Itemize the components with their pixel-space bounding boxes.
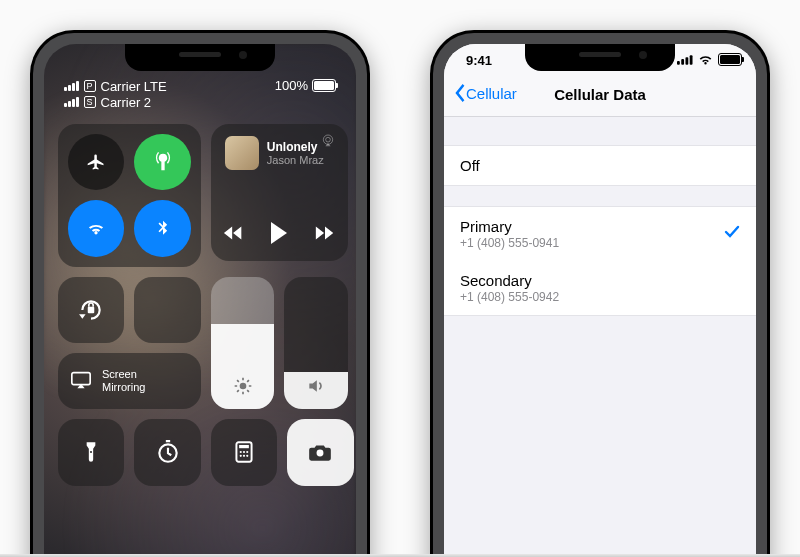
notch <box>125 44 275 71</box>
battery-status: 100% <box>275 78 336 93</box>
flashlight-button[interactable] <box>58 419 124 485</box>
svg-rect-4 <box>72 372 90 384</box>
media-play-button[interactable] <box>269 222 289 247</box>
option-secondary-label: Secondary <box>460 272 740 289</box>
svg-rect-16 <box>677 60 680 64</box>
media-forward-icon <box>314 224 336 242</box>
svg-point-10 <box>243 451 245 453</box>
svg-point-9 <box>240 451 242 453</box>
media-play-icon <box>269 222 289 244</box>
album-art <box>225 136 259 170</box>
bluetooth-button[interactable] <box>134 200 190 256</box>
svg-rect-2 <box>88 307 95 314</box>
battery-icon <box>312 79 336 92</box>
battery-percent: 100% <box>275 78 308 93</box>
svg-point-15 <box>317 450 324 457</box>
airplane-icon <box>86 152 106 172</box>
option-primary-number: +1 (408) 555-0941 <box>460 236 740 250</box>
calculator-button[interactable] <box>211 419 277 485</box>
option-primary[interactable]: Primary +1 (408) 555-0941 <box>444 206 756 262</box>
signal-bars-icon <box>64 97 79 107</box>
do-not-disturb-moon-icon <box>155 297 181 323</box>
svg-point-0 <box>323 135 332 144</box>
option-secondary-number: +1 (408) 555-0942 <box>460 290 740 304</box>
notch <box>525 44 675 71</box>
svg-point-1 <box>325 137 330 142</box>
orientation-lock-button[interactable] <box>58 277 124 343</box>
cellular-data-button[interactable] <box>134 134 190 190</box>
sim-tag-primary: P <box>84 80 96 92</box>
flashlight-icon <box>78 439 104 465</box>
signal-bars-icon <box>677 55 693 65</box>
option-primary-label: Primary <box>460 218 740 235</box>
wifi-icon <box>698 54 713 65</box>
brightness-slider[interactable] <box>211 277 275 409</box>
media-back-icon <box>223 224 245 242</box>
track-title: Unlonely <box>267 140 324 154</box>
sim-tag-secondary: S <box>84 96 96 108</box>
brightness-icon <box>233 376 253 399</box>
wifi-icon <box>86 219 106 239</box>
orientation-lock-icon <box>78 297 104 323</box>
svg-point-11 <box>246 451 248 453</box>
bluetooth-icon <box>153 219 173 239</box>
calculator-icon <box>231 439 257 465</box>
screen-mirroring-button[interactable]: Screen Mirroring <box>58 353 201 409</box>
carrier-2-label: Carrier 2 <box>101 95 152 110</box>
svg-rect-18 <box>685 57 688 65</box>
screen-mirroring-label: Screen Mirroring <box>102 368 145 394</box>
battery-icon <box>718 53 742 66</box>
svg-point-12 <box>240 455 242 457</box>
phone-control-center: P Carrier LTE S Carrier 2 100% <box>30 30 370 557</box>
options-list: Off Primary +1 (408) 555-0941 Secondary … <box>444 146 756 316</box>
phone-settings-cellular-data: 9:41 Cellular Cellular Data Off Primary … <box>430 30 770 557</box>
camera-button[interactable] <box>287 419 353 485</box>
media-forward-button[interactable] <box>314 224 336 245</box>
svg-point-13 <box>243 455 245 457</box>
track-artist: Jason Mraz <box>267 154 324 166</box>
cellular-antenna-icon <box>153 152 173 172</box>
option-off-label: Off <box>460 157 740 174</box>
airplane-mode-button[interactable] <box>68 134 124 190</box>
wifi-button[interactable] <box>68 200 124 256</box>
status-right <box>677 53 742 66</box>
volume-icon <box>306 376 326 399</box>
status-time: 9:41 <box>466 53 492 68</box>
signal-bars-icon <box>64 81 79 91</box>
volume-slider[interactable] <box>284 277 348 409</box>
checkmark-icon <box>724 225 740 243</box>
timer-icon <box>155 439 181 465</box>
svg-rect-17 <box>681 59 684 65</box>
now-playing-tile[interactable]: Unlonely Jason Mraz <box>211 124 348 261</box>
carrier-1-label: Carrier LTE <box>101 79 167 94</box>
connectivity-tile[interactable] <box>58 124 201 267</box>
svg-point-5 <box>90 451 92 453</box>
airplay-audio-icon[interactable] <box>320 133 336 152</box>
do-not-disturb-button[interactable] <box>134 277 200 343</box>
page-title: Cellular Data <box>444 86 756 103</box>
option-off[interactable]: Off <box>444 145 756 186</box>
timer-button[interactable] <box>134 419 200 485</box>
svg-rect-8 <box>239 445 249 448</box>
camera-icon <box>307 439 333 465</box>
signal-line-2: S Carrier 2 <box>64 94 336 110</box>
airplay-icon <box>70 370 92 393</box>
option-secondary[interactable]: Secondary +1 (408) 555-0942 <box>444 261 756 316</box>
svg-point-14 <box>246 455 248 457</box>
media-back-button[interactable] <box>223 224 245 245</box>
svg-point-3 <box>239 383 246 390</box>
svg-rect-19 <box>690 55 693 64</box>
